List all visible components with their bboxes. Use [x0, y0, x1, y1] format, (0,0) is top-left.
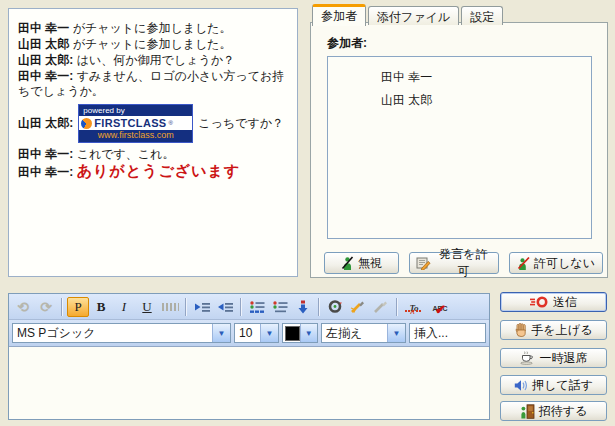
strikethrough-icon — [162, 303, 179, 311]
spellcheck-button[interactable]: ABC ✔ — [427, 297, 453, 317]
push-to-talk-label: 押して話す — [532, 377, 593, 394]
indent-decrease-icon — [217, 300, 234, 314]
speaker-name: 山田 太郎: — [18, 53, 73, 67]
chevron-down-icon: ▼ — [300, 324, 317, 342]
allow-speech-button[interactable]: 発言を許可 — [409, 252, 499, 274]
send-button[interactable]: 送信 — [500, 292, 607, 312]
font-family-select[interactable]: MS Pゴシック ▼ — [12, 323, 231, 343]
bold-label: B — [97, 300, 106, 313]
message-text-emphasis: ありがとうございます — [77, 162, 241, 179]
underline-button[interactable]: U — [136, 297, 158, 317]
message-text: がチャットに参加しました。 — [73, 21, 232, 35]
indent-decrease-button[interactable] — [214, 297, 236, 317]
message-text: はい、何か御用でしょうか？ — [77, 53, 235, 67]
step-away-label: 一時退席 — [540, 350, 588, 367]
speaker-name: 田中 幸一: — [18, 69, 73, 83]
speaker-name: 山田 太郎 — [18, 37, 69, 51]
strikethrough-button[interactable] — [159, 297, 181, 317]
format-painter-gray-icon — [373, 299, 389, 314]
message-text: こっちですか？ — [198, 116, 284, 131]
toolbar-separator — [61, 298, 63, 316]
chat-message: 山田 太郎: はい、何か御用でしょうか？ — [18, 53, 288, 68]
step-away-button[interactable]: 一時退席 — [500, 348, 607, 368]
message-text: これです、これ。 — [77, 147, 175, 161]
raise-hand-icon — [515, 323, 528, 337]
format-toolbar: ⟲ ⟳ P B I U — [9, 294, 489, 320]
send-icon — [530, 296, 549, 308]
ruler-tabs-button[interactable] — [246, 297, 268, 317]
indent-increase-button[interactable] — [191, 297, 213, 317]
format-painter-button[interactable] — [347, 297, 369, 317]
logo-powered-by: powered by — [79, 105, 192, 116]
logo-brand: FIRSTCLASS — [94, 117, 166, 129]
message-input[interactable] — [9, 347, 489, 419]
ignore-button[interactable]: 無視 — [324, 252, 399, 274]
insert-value: 挿入... — [414, 325, 448, 342]
undo-icon: ⟲ — [17, 300, 29, 314]
bold-button[interactable]: B — [90, 297, 112, 317]
font-toolbar: MS Pゴシック ▼ 10 ▼ ▼ 左揃え ▼ 挿入... — [9, 320, 489, 347]
font-size-select[interactable]: 10 ▼ — [234, 323, 279, 343]
align-select[interactable]: 左揃え ▼ — [321, 323, 406, 343]
tab-participants[interactable]: 参加者 — [312, 4, 366, 26]
invite-button[interactable]: 招待する — [500, 401, 607, 421]
tab-label: 参加者 — [321, 9, 357, 23]
tab-bar: 参加者 添付ファイル 設定 — [312, 4, 503, 25]
composer-panel: ⟲ ⟳ P B I U — [8, 293, 490, 420]
redo-icon: ⟳ — [40, 300, 52, 314]
chat-message-with-image: 山田 太郎: powered by FIRSTCLASS ® www.first… — [18, 104, 288, 143]
deny-button[interactable]: 許可しない — [509, 252, 603, 274]
participants-list[interactable]: 田中 幸一 山田 太郎 — [327, 56, 592, 239]
italic-button[interactable]: I — [113, 297, 135, 317]
redo-button[interactable]: ⟳ — [35, 297, 57, 317]
chat-transcript[interactable]: 田中 幸一 がチャットに参加しました。 山田 太郎 がチャットに参加しました。 … — [8, 8, 298, 277]
chevron-down-icon: ▼ — [212, 324, 230, 342]
logo-registered-mark: ® — [168, 117, 172, 129]
undo-button[interactable]: ⟲ — [12, 297, 34, 317]
indent-increase-icon — [194, 300, 211, 314]
font-family-value: MS Pゴシック — [17, 325, 95, 342]
speaker-name: 田中 幸一: — [18, 147, 73, 161]
invite-door-icon — [520, 404, 535, 419]
participant-item[interactable]: 田中 幸一 — [328, 66, 591, 89]
send-label: 送信 — [553, 294, 577, 311]
ignore-icon — [341, 256, 354, 270]
chat-message-emphasis: 田中 幸一: ありがとうございます — [18, 163, 288, 180]
toolbar-separator — [185, 298, 187, 316]
message-text: がチャットに参加しました。 — [73, 37, 232, 51]
toolbar-separator — [396, 298, 398, 316]
plain-style-button[interactable]: P — [67, 297, 89, 317]
ignore-label: 無視 — [358, 255, 382, 272]
chat-message: 田中 幸一: すみません、ロゴの小さい方ってお持ちでしょうか。 — [18, 69, 288, 99]
down-arrow-icon — [296, 300, 310, 314]
font-size-value: 10 — [239, 326, 252, 340]
participants-panel: 参加者: 田中 幸一 山田 太郎 無視 発言を許可 許可しない — [310, 22, 608, 278]
coffee-cup-icon — [520, 351, 536, 365]
speaker-icon — [514, 379, 528, 392]
spellcheck-abc-icon: ABC ✔ — [429, 299, 451, 315]
invite-label: 招待する — [539, 403, 588, 420]
history-button[interactable] — [324, 297, 346, 317]
tab-label: 設定 — [470, 10, 494, 24]
participant-item[interactable]: 山田 太郎 — [328, 89, 591, 112]
raise-hand-button[interactable]: 手を上げる — [500, 320, 607, 340]
allow-speech-label: 発言を許可 — [435, 246, 492, 280]
line-spacing-button[interactable] — [269, 297, 291, 317]
push-to-talk-button[interactable]: 押して話す — [500, 375, 607, 395]
font-color-select[interactable]: ▼ — [282, 323, 318, 343]
format-painter-disabled-button[interactable] — [370, 297, 392, 317]
plain-label: P — [74, 300, 81, 313]
color-swatch — [285, 326, 300, 341]
insert-below-button[interactable] — [292, 297, 314, 317]
spellcheck-underline-icon: To ^ — [404, 299, 424, 315]
speaker-name: 田中 幸一: — [18, 165, 73, 179]
spellcheck-as-you-type-button[interactable]: To ^ — [402, 297, 426, 317]
align-value: 左揃え — [326, 325, 362, 342]
chat-message: 田中 幸一 がチャットに参加しました。 — [18, 21, 288, 36]
tab-settings[interactable]: 設定 — [461, 6, 503, 25]
line-spacing-icon — [272, 300, 289, 314]
insert-select[interactable]: 挿入... — [409, 323, 486, 343]
deny-icon — [517, 256, 530, 270]
tab-attachments[interactable]: 添付ファイル — [368, 6, 459, 25]
chat-message: 山田 太郎 がチャットに参加しました。 — [18, 37, 288, 52]
